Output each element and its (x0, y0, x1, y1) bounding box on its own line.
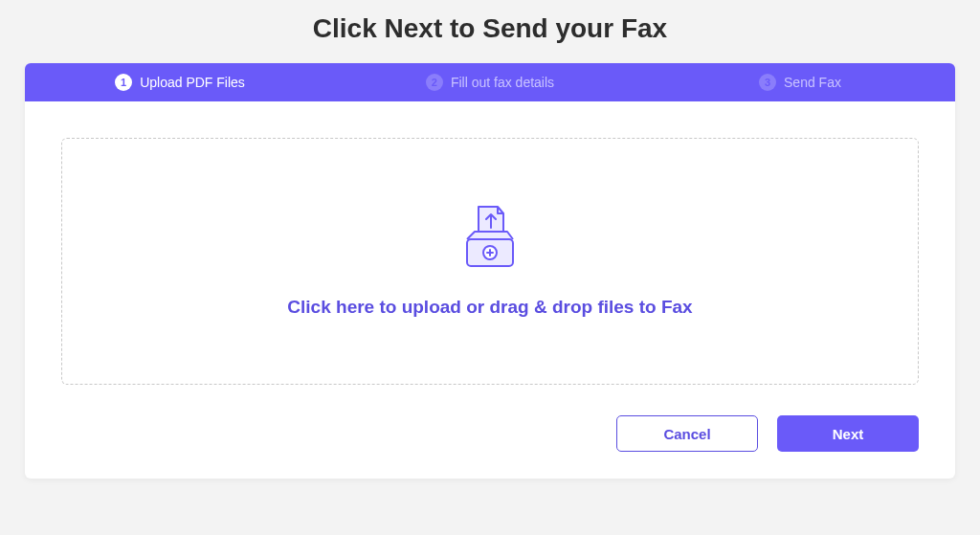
stepper: 1 Upload PDF Files 2 Fill out fax detail… (25, 63, 955, 101)
step-number-icon: 3 (759, 74, 776, 91)
step-send[interactable]: 3 Send Fax (645, 74, 955, 91)
fax-wizard-card: 1 Upload PDF Files 2 Fill out fax detail… (25, 63, 955, 479)
next-button[interactable]: Next (777, 415, 919, 452)
dropzone-prompt: Click here to upload or drag & drop file… (287, 297, 692, 318)
step-number-icon: 2 (426, 74, 443, 91)
page-title: Click Next to Send your Fax (0, 0, 980, 63)
step-label: Upload PDF Files (140, 75, 245, 90)
card-body: Click here to upload or drag & drop file… (25, 101, 955, 408)
action-bar: Cancel Next (25, 408, 955, 479)
upload-dropzone[interactable]: Click here to upload or drag & drop file… (61, 138, 919, 385)
step-details[interactable]: 2 Fill out fax details (335, 74, 645, 91)
step-number-icon: 1 (115, 74, 132, 91)
upload-box-icon (452, 205, 528, 274)
cancel-button[interactable]: Cancel (616, 415, 758, 452)
step-upload[interactable]: 1 Upload PDF Files (25, 74, 335, 91)
step-label: Fill out fax details (451, 75, 554, 90)
step-label: Send Fax (784, 75, 841, 90)
